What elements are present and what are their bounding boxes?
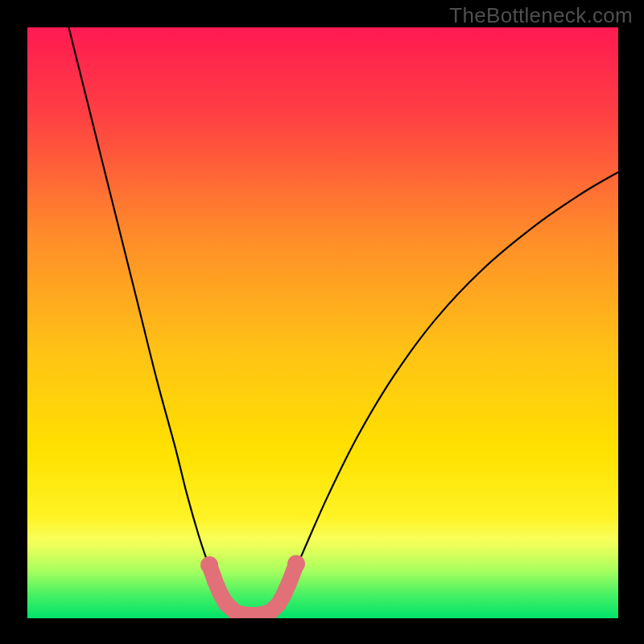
chart-container: TheBottleneck.com <box>0 0 644 644</box>
plot-area <box>27 27 618 618</box>
marker-dot <box>287 555 305 572</box>
marker-dot <box>200 556 218 574</box>
watermark-text: TheBottleneck.com <box>449 3 633 28</box>
gradient-background <box>27 27 618 618</box>
chart-svg <box>27 27 618 618</box>
